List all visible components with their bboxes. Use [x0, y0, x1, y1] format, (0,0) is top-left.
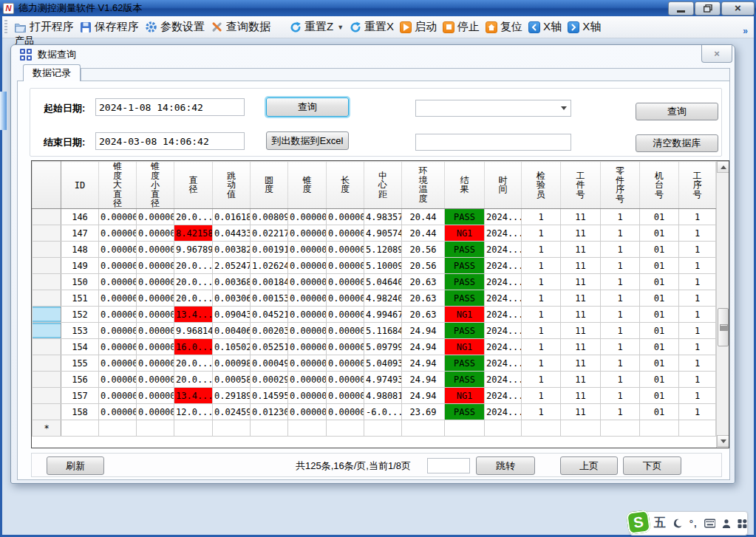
- cell-id[interactable]: 151: [61, 290, 99, 307]
- toolbar-query-data[interactable]: 查询数据: [208, 18, 273, 36]
- cell[interactable]: 0.00000: [327, 258, 364, 274]
- cell[interactable]: 20.56: [402, 242, 445, 258]
- row-selector[interactable]: [33, 307, 61, 323]
- cell-id[interactable]: 155: [61, 355, 99, 372]
- jump-page-input[interactable]: [427, 458, 470, 473]
- cell[interactable]: 11: [561, 209, 601, 225]
- cell[interactable]: 0.00000: [137, 323, 174, 339]
- cell[interactable]: 4.90574: [364, 225, 402, 242]
- cell[interactable]: 1: [679, 355, 716, 372]
- cell[interactable]: 5.10009: [364, 258, 402, 274]
- cell[interactable]: 0.00000: [288, 290, 327, 307]
- cell[interactable]: 1: [679, 404, 716, 420]
- cell[interactable]: 1: [679, 242, 716, 258]
- cell[interactable]: 5.11684: [364, 323, 402, 339]
- cell[interactable]: 20.0...: [174, 258, 213, 274]
- cell[interactable]: 0.00098: [213, 355, 251, 372]
- cell[interactable]: 0.00000: [327, 307, 364, 323]
- cell[interactable]: 0.00000: [137, 372, 174, 388]
- col-header-time[interactable]: 时 间: [485, 162, 522, 209]
- col-header-taper-small-dia[interactable]: 锥 度 小 直 径: [137, 162, 174, 209]
- cell-empty[interactable]: [364, 420, 402, 437]
- cell-id[interactable]: 149: [61, 258, 99, 274]
- cell-empty[interactable]: [522, 420, 561, 437]
- cell[interactable]: 20.0...: [174, 274, 213, 290]
- ime-punctuation-mode[interactable]: °,: [689, 518, 698, 529]
- cell-empty[interactable]: [288, 420, 327, 437]
- cell[interactable]: 01: [640, 242, 679, 258]
- cell[interactable]: 0.00000: [288, 209, 327, 225]
- cell-id[interactable]: 147: [61, 225, 99, 242]
- cell[interactable]: 24.94: [402, 339, 445, 355]
- toolbar-stop[interactable]: 停止: [440, 18, 483, 36]
- cell[interactable]: 5.12089: [364, 242, 402, 258]
- cell[interactable]: 1: [522, 307, 561, 323]
- cell[interactable]: 0.00000: [288, 404, 327, 420]
- cell[interactable]: 20.44: [402, 225, 445, 242]
- row-selector[interactable]: [33, 274, 61, 290]
- cell[interactable]: 1: [679, 307, 716, 323]
- cell[interactable]: 0.00000: [288, 339, 327, 355]
- cell[interactable]: 1: [601, 339, 640, 355]
- next-page-button[interactable]: 下页: [623, 456, 681, 475]
- cell[interactable]: PASS: [445, 372, 485, 388]
- cell-empty[interactable]: [61, 420, 99, 437]
- cell[interactable]: 23.69: [402, 404, 445, 420]
- start-date-input[interactable]: [95, 98, 245, 116]
- toolbar-x-axis-right[interactable]: X轴: [565, 18, 604, 36]
- cell[interactable]: 1: [522, 404, 561, 420]
- cell[interactable]: 0.00000: [99, 209, 137, 225]
- cell[interactable]: 9.96814: [174, 323, 213, 339]
- cell[interactable]: 0.00000: [327, 388, 364, 404]
- cell[interactable]: 4.97493: [364, 372, 402, 388]
- cell[interactable]: 0.00191: [251, 242, 288, 258]
- cell[interactable]: 12.0...: [174, 404, 213, 420]
- toolbar-reset-x[interactable]: 重置X: [347, 18, 397, 36]
- cell-empty[interactable]: [213, 420, 251, 437]
- cell[interactable]: 2024...: [485, 209, 522, 225]
- jump-button[interactable]: 跳转: [476, 456, 535, 475]
- cell[interactable]: 1: [522, 242, 561, 258]
- cell[interactable]: 0.00000: [99, 242, 137, 258]
- cell[interactable]: 0.00000: [288, 388, 327, 404]
- row-selector[interactable]: [33, 225, 61, 242]
- cell[interactable]: 0.00000: [99, 388, 137, 404]
- table-row[interactable]: 1500.000000.0000020.0...0.003680.001840.…: [33, 274, 716, 290]
- col-header-taper[interactable]: 锥 度: [288, 162, 327, 209]
- query-button[interactable]: 查询: [266, 98, 349, 117]
- cell[interactable]: 1: [601, 404, 640, 420]
- cell[interactable]: 2024...: [485, 404, 522, 420]
- cell[interactable]: 1: [601, 355, 640, 372]
- cell[interactable]: 11: [561, 290, 601, 307]
- cell-id[interactable]: 158: [61, 404, 99, 420]
- cell[interactable]: 1: [601, 372, 640, 388]
- cell[interactable]: 0.00000: [99, 355, 137, 372]
- cell[interactable]: 2024...: [485, 388, 522, 404]
- tab-data-records[interactable]: 数据记录: [23, 64, 81, 81]
- cell[interactable]: 24.94: [402, 323, 445, 339]
- cell[interactable]: 4.98081: [364, 388, 402, 404]
- cell[interactable]: 1: [601, 307, 640, 323]
- cell[interactable]: 2024...: [485, 372, 522, 388]
- cell[interactable]: 2024...: [485, 323, 522, 339]
- table-row[interactable]: 1460.000000.0000020.0...0.016180.008090.…: [33, 209, 716, 225]
- cell[interactable]: 0.00000: [288, 372, 327, 388]
- cell[interactable]: 0.00000: [288, 355, 327, 372]
- cell-id[interactable]: 154: [61, 339, 99, 355]
- cell[interactable]: 0.00203: [251, 323, 288, 339]
- cell[interactable]: 9.96789: [174, 242, 213, 258]
- cell-id[interactable]: 146: [61, 209, 99, 225]
- cell[interactable]: 1: [679, 323, 716, 339]
- cell-id[interactable]: 153: [61, 323, 99, 339]
- cell[interactable]: 20.63: [402, 274, 445, 290]
- cell[interactable]: 0.05251: [251, 339, 288, 355]
- cell-empty[interactable]: [679, 420, 716, 437]
- table-row[interactable]: 1580.000000.0000012.0...0.024590.012300.…: [33, 404, 716, 420]
- cell[interactable]: NG1: [445, 225, 485, 242]
- cell[interactable]: 11: [561, 355, 601, 372]
- cell[interactable]: 01: [640, 388, 679, 404]
- row-selector[interactable]: [33, 290, 61, 307]
- toolbar-start[interactable]: 启动: [397, 18, 440, 36]
- cell[interactable]: PASS: [445, 355, 485, 372]
- row-selector[interactable]: [33, 388, 61, 404]
